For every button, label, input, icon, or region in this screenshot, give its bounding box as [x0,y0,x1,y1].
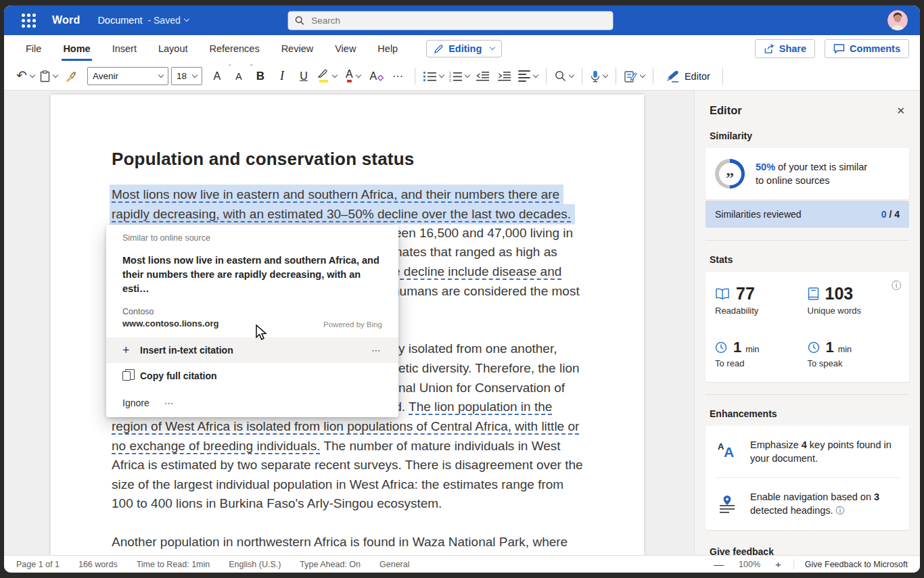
bold-button[interactable]: B [252,66,269,87]
share-button[interactable]: Share [755,39,815,58]
popup-quote-line2: their numbers there are rapidly decreasi… [122,268,382,296]
highlight-color-button[interactable] [317,66,338,87]
chevron-down-icon [332,72,338,77]
zoom-out-button[interactable]: — [714,558,724,570]
document-line[interactable]: nates that ranged as high as [395,243,557,261]
dictate-button[interactable] [591,66,607,87]
tab-home[interactable]: Home [62,37,91,61]
status-166-words[interactable]: 166 words [78,560,118,569]
document-line[interactable]: nal Union for Conservation of [398,379,565,397]
zoom-in-button[interactable]: + [775,558,781,570]
similarities-reviewed-row[interactable]: Similarities reviewed 0 / 4 [706,201,909,228]
status-english-u-s-[interactable]: English (U.S.) [229,560,281,569]
document-line[interactable]: e decline include disease and [393,262,561,281]
chevron-down-icon [439,72,444,77]
tab-help[interactable]: Help [376,37,399,61]
paste-button[interactable] [40,66,57,87]
tab-review[interactable]: Review [280,37,315,61]
font-color-button[interactable]: A [343,66,363,87]
tab-references[interactable]: References [208,37,260,61]
reviewed-total: / 4 [887,209,900,220]
document-line[interactable]: humans are considered the most [392,282,580,300]
chevron-down-icon [465,72,470,77]
align-icon [518,70,530,81]
document-line[interactable]: size of the largest individual populatio… [112,475,563,493]
decrease-indent-button[interactable] [475,66,491,87]
ignore-more-options-icon[interactable]: ⋯ [164,398,175,408]
document-title[interactable]: Document [97,15,142,26]
save-status[interactable]: - Saved [147,15,188,26]
enable-navigation-row[interactable]: Enable navigation based on 3 detected he… [715,477,900,530]
enhancements-card: AA Emphasize 4 key points found in your … [706,426,909,530]
document-line[interactable]: no exchange of breeding individuals. The… [112,437,561,455]
undo-button[interactable]: ↶ [16,66,34,87]
status-type-ahead-on[interactable]: Type Ahead: On [300,560,361,569]
editor-pane: Editor ✕ Similarity ” 50% of your text i… [694,91,920,555]
tab-insert[interactable]: Insert [111,37,138,61]
info-icon[interactable]: ⓘ [836,506,845,516]
zoom-level[interactable]: 100% [739,560,760,569]
document-line[interactable]: een 16,500 and 47,000 living in [394,224,573,242]
source-url[interactable]: www.contoso.lions.org [122,318,219,329]
similarity-popup: Similar to online source Most lions now … [106,225,398,417]
alignment-button[interactable] [518,66,538,87]
app-launcher-icon[interactable] [22,14,36,28]
emphasize-key-points-row[interactable]: AA Emphasize 4 key points found in your … [715,426,900,477]
shrink-font-button[interactable]: Aˇ [231,66,247,87]
chevron-down-icon [192,72,198,77]
close-icon[interactable]: ✕ [896,105,905,117]
grow-font-button[interactable]: Aˆ [209,66,225,87]
document-heading[interactable]: Population and conservation status [112,149,414,170]
unique-words-label: Unique words [808,306,900,316]
font-name-select[interactable]: Avenir [87,67,168,85]
ignore-button[interactable]: Ignore ⋯ [106,389,398,417]
find-button[interactable] [555,66,574,87]
document-line[interactable]: etic diversity. Therefore, the lion [398,359,580,377]
info-icon[interactable]: ⓘ [892,280,901,292]
document-line[interactable]: rapidly decreasing, with an estimated 30… [110,204,575,224]
toolbar-overflow-button[interactable]: ⋯ [390,66,407,87]
status-page-1-of-1[interactable]: Page 1 of 1 [16,560,60,569]
copy-citation-button[interactable]: Copy full citation [106,363,398,389]
document-line[interactable]: Africa is estimated by two separate rece… [112,456,583,474]
bullets-button[interactable] [423,66,444,87]
editor-button[interactable]: Editor [666,70,710,82]
tab-view[interactable]: View [333,37,357,61]
comments-label: Comments [850,43,900,54]
ink-editor-button[interactable] [624,66,645,87]
font-size-select[interactable]: 18 [171,67,202,85]
bullet-list-icon [423,71,436,82]
status-time-to-read-1min[interactable]: Time to Read: 1min [137,560,210,569]
status-general[interactable]: General [379,560,409,569]
search-box[interactable] [288,11,613,30]
popup-source: Contoso [106,305,398,317]
format-painter-button[interactable] [63,66,79,87]
document-line[interactable]: 100 to 400 lions in Burkina Faso's Arly-… [112,494,442,512]
document-line[interactable]: Most lions now live in eastern and south… [110,185,563,205]
document-line[interactable]: only about 14–21 animals persist [112,552,300,555]
insert-citation-button[interactable]: + Insert in-text citation ⋯ [106,337,398,363]
give-feedback-label[interactable]: Give feedback [710,546,905,555]
search-input[interactable] [311,16,606,26]
underline-button[interactable]: U [296,66,312,87]
reviewed-count: 0 [881,209,887,220]
increase-indent-button[interactable] [496,66,513,87]
numbering-button[interactable]: 1 2 3 [449,66,469,87]
stats-card: ⓘ 77 Readability 103 Uni [706,272,909,382]
document-line[interactable]: y isolated from one another, [398,339,557,358]
clear-formatting-button[interactable]: A [369,66,385,87]
give-feedback-link[interactable]: Give Feedback to Microsoft [793,560,908,569]
editing-mode-button[interactable]: Editing [426,40,502,57]
document-line[interactable]: region of West Africa is isolated from l… [112,417,579,435]
tab-file[interactable]: File [24,37,43,61]
indent-icon [498,71,511,81]
app-name[interactable]: Word [52,14,80,26]
tab-layout[interactable]: Layout [157,37,189,61]
similarity-card[interactable]: ” 50% of your text is similar to online … [706,148,909,199]
italic-button[interactable]: I [274,66,290,87]
comments-button[interactable]: Comments [825,39,909,58]
more-options-icon[interactable]: ⋯ [371,345,382,356]
avatar[interactable] [887,10,908,30]
editor-button-label: Editor [685,71,710,82]
document-line[interactable]: Another population in northwestern Afric… [112,533,568,551]
